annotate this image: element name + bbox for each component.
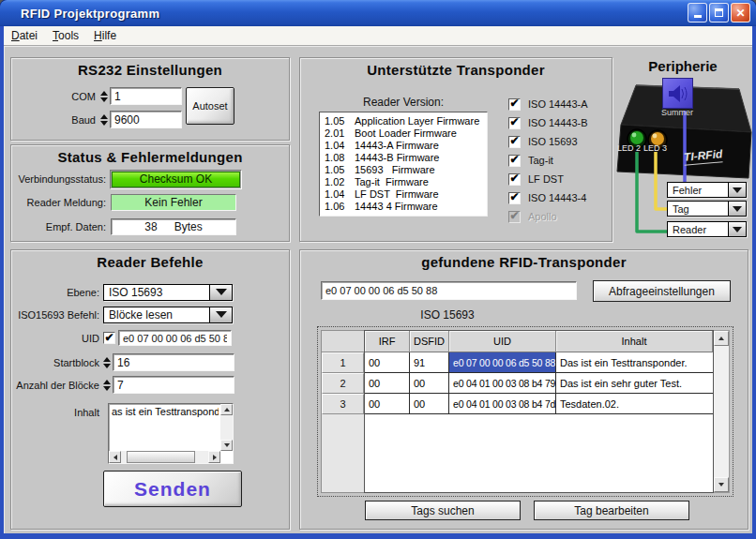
- row-header[interactable]: 1: [322, 352, 364, 373]
- cell-uid[interactable]: e0 04 01 00 03 08 b4 79: [449, 373, 556, 394]
- cell-inhalt[interactable]: Das ist ein sehr guter Test.: [556, 373, 713, 394]
- title-bar[interactable]: RFID Projektprogramm ✕: [0, 0, 756, 26]
- firmware-listbox[interactable]: 1.05Application Layer Firmware 2.01Boot …: [319, 112, 488, 217]
- rs232-title: RS232 Einstellungen: [11, 62, 289, 78]
- table-row[interactable]: 00 91 e0 07 00 00 06 d5 50 88 Das ist ei…: [365, 352, 713, 373]
- spin-down-icon: [100, 121, 108, 126]
- checkbox-label: ISO 14443-B: [528, 117, 588, 128]
- firmware-name: LF DST Firmware: [355, 188, 439, 201]
- spin-down-icon: [100, 97, 108, 102]
- tags-suchen-button[interactable]: Tags suchen: [365, 501, 521, 520]
- baud-spinner[interactable]: [98, 114, 109, 126]
- found-uid-input[interactable]: [321, 281, 577, 300]
- senden-button[interactable]: Senden: [103, 471, 242, 507]
- com-spinner[interactable]: [98, 91, 109, 102]
- cell-irf[interactable]: 00: [365, 352, 410, 373]
- cell-dsfid[interactable]: 91: [410, 352, 449, 373]
- iso15693-befehl-dropdown[interactable]: Blöcke lesen: [103, 307, 233, 323]
- firmware-row[interactable]: 1.02Tag-it Firmware: [320, 176, 487, 188]
- table-row[interactable]: 00 00 e0 04 01 00 03 08 b4 7d Tesdaten.0…: [365, 394, 713, 414]
- scroll-down-icon[interactable]: [714, 477, 729, 492]
- startblock-spinner[interactable]: [101, 357, 112, 368]
- inhalt-textarea[interactable]: as ist ein Testtransponder.: [108, 403, 234, 464]
- window-title: RFID Projektprogramm: [21, 7, 159, 21]
- hscroll-thumb[interactable]: [127, 451, 195, 463]
- speaker-icon: [667, 83, 689, 104]
- table-header-row: IRF DSFID UID Inhalt: [365, 331, 713, 352]
- firmware-version: 1.05: [325, 115, 355, 127]
- abfrageeinstellungen-button[interactable]: Abfrageeinstellungen: [593, 280, 731, 302]
- firmware-row[interactable]: 1.0814443-B Firmware: [320, 152, 487, 164]
- firmware-name: 14443-A Firmware: [355, 140, 439, 152]
- spin-down-icon: [103, 364, 111, 368]
- checkbox-iso14443a[interactable]: ✔ISO 14443-A: [508, 97, 588, 111]
- checkbox: ✔: [508, 98, 521, 111]
- reader-dropdown[interactable]: Reader: [667, 221, 747, 237]
- reader-value: Reader: [668, 222, 728, 236]
- scroll-down-icon[interactable]: [220, 440, 233, 451]
- iso15693-table-label: ISO 15693: [401, 308, 494, 322]
- cell-inhalt[interactable]: Tesdaten.02.: [556, 394, 713, 414]
- chevron-down-icon: [728, 183, 746, 197]
- cell-irf[interactable]: 00: [365, 373, 410, 394]
- uid-checkbox[interactable]: ✔: [103, 332, 115, 344]
- firmware-row[interactable]: 1.0614443 4 Firmware: [320, 201, 487, 213]
- startblock-input[interactable]: [113, 353, 234, 371]
- chevron-down-icon: [728, 202, 746, 216]
- checkbox-label: LF DST: [528, 173, 564, 185]
- row-header[interactable]: 3: [322, 394, 364, 414]
- firmware-row[interactable]: 1.0414443-A Firmware: [320, 140, 487, 152]
- chevron-down-icon: [209, 285, 232, 300]
- close-button[interactable]: ✕: [731, 3, 750, 22]
- table-row[interactable]: 00 00 e0 04 01 00 03 08 b4 79 Das ist ei…: [365, 373, 713, 394]
- gefundene-title: gefundene RFID-Transponder: [300, 254, 748, 270]
- com-input[interactable]: [110, 87, 182, 105]
- row-header[interactable]: 2: [322, 373, 364, 394]
- scroll-up-icon[interactable]: [220, 404, 233, 415]
- col-header-irf: IRF: [365, 331, 410, 352]
- cell-uid[interactable]: e0 04 01 00 03 08 b4 7d: [449, 394, 556, 414]
- baud-input[interactable]: [110, 111, 182, 128]
- maximize-button[interactable]: [709, 3, 729, 22]
- checkbox-tagit[interactable]: ✔Tag-it: [508, 154, 588, 167]
- firmware-version: 1.04: [325, 140, 355, 152]
- firmware-name: Application Layer Firmware: [355, 115, 479, 127]
- tag-dropdown[interactable]: Tag: [667, 201, 747, 217]
- tag-bearbeiten-button[interactable]: Tag bearbeiten: [534, 501, 689, 520]
- firmware-row[interactable]: 1.04LF DST Firmware: [320, 188, 487, 201]
- empf-daten-unit: Bytes: [174, 220, 203, 233]
- tag-value: Tag: [668, 202, 728, 216]
- cell-irf[interactable]: 00: [365, 394, 410, 414]
- checkbox-iso14443-4[interactable]: ✔ISO 14443-4: [508, 191, 588, 204]
- menu-hilfe[interactable]: Hilfe: [86, 27, 124, 44]
- anzahl-bloecke-spinner[interactable]: [101, 380, 112, 391]
- firmware-row[interactable]: 1.05Application Layer Firmware: [320, 115, 487, 127]
- scroll-left-icon[interactable]: [109, 451, 121, 463]
- checkbox-lfdst[interactable]: ✔LF DST: [508, 172, 588, 186]
- scroll-right-icon[interactable]: [208, 451, 220, 463]
- anzahl-bloecke-input[interactable]: [113, 376, 234, 394]
- checkbox-iso15693[interactable]: ✔ISO 15693: [508, 135, 588, 148]
- checkbox-iso14443b[interactable]: ✔ISO 14443-B: [508, 116, 588, 129]
- inhalt-hscrollbar[interactable]: [109, 451, 220, 463]
- menu-tools[interactable]: Tools: [45, 27, 86, 44]
- firmware-row[interactable]: 2.01Boot Loader Firmware: [320, 127, 487, 140]
- scroll-up-icon[interactable]: [714, 331, 729, 346]
- autoset-button[interactable]: Autoset: [186, 87, 234, 125]
- inhalt-vscrollbar[interactable]: [220, 404, 233, 451]
- cell-uid-selected[interactable]: e0 07 00 00 06 d5 50 88: [449, 352, 556, 373]
- firmware-row[interactable]: 1.0515693 Firmware: [320, 164, 487, 176]
- uid-input[interactable]: [118, 330, 232, 346]
- ebene-dropdown[interactable]: ISO 15693: [103, 284, 233, 301]
- cell-dsfid[interactable]: 00: [410, 373, 449, 394]
- minimize-button[interactable]: [688, 3, 707, 22]
- checkbox: ✔: [508, 211, 521, 223]
- status-group: Status & Fehlermeldungen Verbindungsstat…: [10, 144, 290, 242]
- table-vscrollbar[interactable]: [714, 330, 730, 493]
- inhalt-label: Inhalt: [15, 407, 99, 418]
- peripherie-title: Peripherie: [612, 58, 753, 74]
- fehler-dropdown[interactable]: Fehler: [667, 182, 747, 198]
- cell-inhalt[interactable]: Das ist ein Testtransponder.: [556, 352, 713, 373]
- menu-datei[interactable]: Datei: [4, 27, 45, 44]
- cell-dsfid[interactable]: 00: [410, 394, 449, 414]
